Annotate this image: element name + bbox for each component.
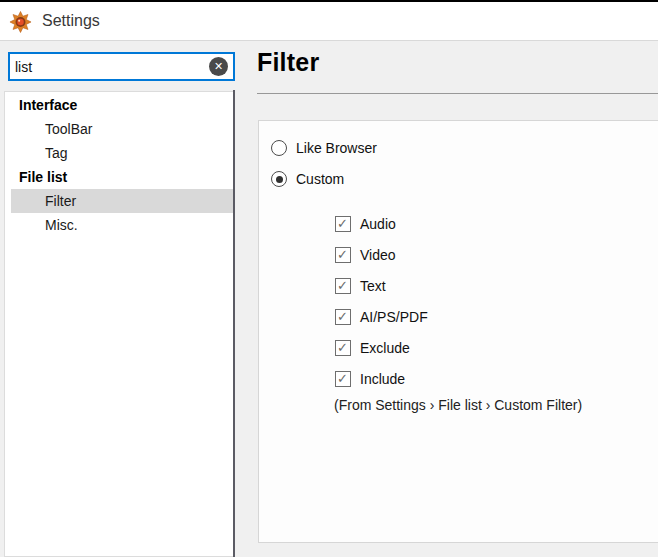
radio-custom[interactable]: Custom [271,171,344,187]
page-title: Filter [257,48,319,77]
radio-like-browser[interactable]: Like Browser [271,140,377,156]
checkbox-text[interactable]: Text [335,278,386,294]
option-label: Text [360,278,386,294]
window-title: Settings [42,12,100,30]
option-label: AI/PS/PDF [360,309,428,325]
checkbox-video[interactable]: Video [335,247,396,263]
tree-item-interface[interactable]: Interface [5,93,233,117]
option-label: Audio [360,216,396,232]
filter-options-group: (From Settings › File list › Custom Filt… [258,120,658,543]
tree-item-filter[interactable]: Filter [11,189,233,213]
checkbox-exclude[interactable]: Exclude [335,340,410,356]
search-input[interactable] [10,54,209,79]
checkbox-ai-ps-pdf[interactable]: AI/PS/PDF [335,309,428,325]
filter-hint-text: (From Settings › File list › Custom Filt… [334,397,582,413]
checkbox-icon-exclude [335,340,351,356]
checkbox-icon-include [335,371,351,387]
radio-icon-like-browser [271,140,287,156]
option-label: Include [360,371,405,387]
checkbox-icon-text [335,278,351,294]
option-label: Exclude [360,340,410,356]
tree-item-file-list[interactable]: File list [5,165,233,189]
search-box: ✕ [8,52,235,81]
tree-item-tag[interactable]: Tag [5,141,233,165]
settings-category-tree: InterfaceToolBarTagFile listFilterMisc. [4,91,233,557]
checkbox-audio[interactable]: Audio [335,216,396,232]
tree-item-misc[interactable]: Misc. [5,213,233,237]
checkbox-icon-ai-ps-pdf [335,309,351,325]
option-label: Video [360,247,396,263]
option-label: Custom [296,171,344,187]
option-label: Like Browser [296,140,377,156]
title-divider [257,93,658,94]
titlebar: Settings [0,2,658,41]
checkbox-icon-audio [335,216,351,232]
clear-search-icon[interactable]: ✕ [209,57,228,76]
checkbox-include[interactable]: Include [335,371,405,387]
radio-icon-custom [271,171,287,187]
tree-item-toolbar[interactable]: ToolBar [5,117,233,141]
checkbox-icon-video [335,247,351,263]
app-logo-icon [9,10,32,33]
panel-splitter[interactable] [233,90,235,557]
